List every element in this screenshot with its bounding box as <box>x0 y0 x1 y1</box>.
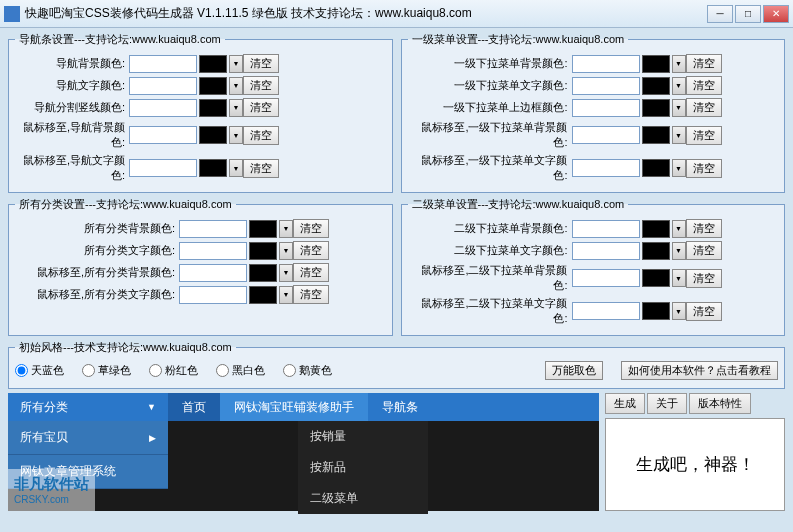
clear-button[interactable]: 清空 <box>686 76 722 95</box>
clear-button[interactable]: 清空 <box>686 219 722 238</box>
radio-input[interactable] <box>149 364 162 377</box>
color-swatch[interactable] <box>642 55 670 73</box>
color-input[interactable] <box>179 242 247 260</box>
close-button[interactable]: ✕ <box>763 5 789 23</box>
clear-button[interactable]: 清空 <box>243 54 279 73</box>
color-swatch[interactable] <box>642 220 670 238</box>
color-swatch[interactable] <box>642 99 670 117</box>
dropdown-item[interactable]: 按新品 <box>298 452 428 483</box>
color-dropdown-button[interactable]: ▼ <box>279 242 293 260</box>
color-dropdown-button[interactable]: ▼ <box>279 220 293 238</box>
color-input[interactable] <box>129 77 197 95</box>
color-swatch[interactable] <box>249 264 277 282</box>
color-input[interactable] <box>572 55 640 73</box>
color-dropdown-button[interactable]: ▼ <box>672 269 686 287</box>
clear-button[interactable]: 清空 <box>293 219 329 238</box>
sidebar-allbaby[interactable]: 所有宝贝▶ <box>8 421 168 455</box>
clear-button[interactable]: 清空 <box>686 159 722 178</box>
color-dropdown-button[interactable]: ▼ <box>229 77 243 95</box>
color-swatch[interactable] <box>199 77 227 95</box>
radio-input[interactable] <box>283 364 296 377</box>
color-input[interactable] <box>179 286 247 304</box>
color-dropdown-button[interactable]: ▼ <box>279 286 293 304</box>
color-dropdown-button[interactable]: ▼ <box>229 159 243 177</box>
color-dropdown-button[interactable]: ▼ <box>229 55 243 73</box>
color-dropdown-button[interactable]: ▼ <box>229 126 243 144</box>
color-input[interactable] <box>572 242 640 260</box>
tab-generate[interactable]: 生成 <box>605 393 645 414</box>
color-dropdown-button[interactable]: ▼ <box>672 99 686 117</box>
radio-input[interactable] <box>82 364 95 377</box>
color-dropdown-button[interactable]: ▼ <box>672 55 686 73</box>
color-dropdown-button[interactable]: ▼ <box>672 126 686 144</box>
color-input[interactable] <box>129 55 197 73</box>
color-swatch[interactable] <box>249 242 277 260</box>
color-input[interactable] <box>572 99 640 117</box>
color-swatch[interactable] <box>642 302 670 320</box>
color-swatch[interactable] <box>642 269 670 287</box>
clear-button[interactable]: 清空 <box>686 126 722 145</box>
tab-version[interactable]: 版本特性 <box>689 393 751 414</box>
clear-button[interactable]: 清空 <box>686 269 722 288</box>
style-radio-3[interactable]: 黑白色 <box>216 363 265 378</box>
dropdown-item[interactable]: 二级菜单 <box>298 483 428 514</box>
clear-button[interactable]: 清空 <box>243 98 279 117</box>
color-swatch[interactable] <box>642 159 670 177</box>
color-dropdown-button[interactable]: ▼ <box>672 302 686 320</box>
style-radio-1[interactable]: 草绿色 <box>82 363 131 378</box>
color-swatch[interactable] <box>249 220 277 238</box>
radio-input[interactable] <box>216 364 229 377</box>
style-radio-2[interactable]: 粉红色 <box>149 363 198 378</box>
clear-button[interactable]: 清空 <box>686 241 722 260</box>
clear-button[interactable]: 清空 <box>686 98 722 117</box>
color-swatch[interactable] <box>199 99 227 117</box>
preview-allcat[interactable]: 所有分类▼ <box>8 393 168 421</box>
style-radio-0[interactable]: 天蓝色 <box>15 363 64 378</box>
clear-button[interactable]: 清空 <box>686 302 722 321</box>
clear-button[interactable]: 清空 <box>243 159 279 178</box>
color-dropdown-button[interactable]: ▼ <box>672 159 686 177</box>
color-input[interactable] <box>572 302 640 320</box>
color-input[interactable] <box>179 264 247 282</box>
color-dropdown-button[interactable]: ▼ <box>672 242 686 260</box>
generate-box[interactable]: 生成吧，神器！ <box>605 418 785 511</box>
color-swatch[interactable] <box>199 159 227 177</box>
color-input[interactable] <box>572 77 640 95</box>
color-dropdown-button[interactable]: ▼ <box>279 264 293 282</box>
color-dropdown-button[interactable]: ▼ <box>672 220 686 238</box>
clear-button[interactable]: 清空 <box>686 54 722 73</box>
color-input[interactable] <box>572 159 640 177</box>
radio-input[interactable] <box>15 364 28 377</box>
preview-helper[interactable]: 网钛淘宝旺铺装修助手 <box>220 393 368 421</box>
color-input[interactable] <box>572 269 640 287</box>
minimize-button[interactable]: ─ <box>707 5 733 23</box>
color-input[interactable] <box>572 220 640 238</box>
color-swatch[interactable] <box>199 55 227 73</box>
color-input[interactable] <box>129 99 197 117</box>
color-input[interactable] <box>179 220 247 238</box>
clear-button[interactable]: 清空 <box>293 285 329 304</box>
dropdown-item[interactable]: 按销量 <box>298 421 428 452</box>
color-input[interactable] <box>572 126 640 144</box>
preview-home[interactable]: 首页 <box>168 393 220 421</box>
clear-button[interactable]: 清空 <box>293 263 329 282</box>
help-button[interactable]: 如何使用本软件？点击看教程 <box>621 361 778 380</box>
tab-about[interactable]: 关于 <box>647 393 687 414</box>
maximize-button[interactable]: □ <box>735 5 761 23</box>
preview-navbar[interactable]: 导航条 <box>368 393 432 421</box>
color-swatch[interactable] <box>199 126 227 144</box>
color-dropdown-button[interactable]: ▼ <box>229 99 243 117</box>
color-dropdown-button[interactable]: ▼ <box>672 77 686 95</box>
color-swatch[interactable] <box>642 77 670 95</box>
clear-button[interactable]: 清空 <box>243 76 279 95</box>
pick-color-button[interactable]: 万能取色 <box>545 361 603 380</box>
color-input[interactable] <box>129 159 197 177</box>
style-radio-4[interactable]: 鹅黄色 <box>283 363 332 378</box>
color-swatch[interactable] <box>642 126 670 144</box>
clear-button[interactable]: 清空 <box>293 241 329 260</box>
clear-button[interactable]: 清空 <box>243 126 279 145</box>
titlebar: 快趣吧淘宝CSS装修代码生成器 V1.1.11.5 绿色版 技术支持论坛：www… <box>0 0 793 28</box>
color-input[interactable] <box>129 126 197 144</box>
color-swatch[interactable] <box>249 286 277 304</box>
color-swatch[interactable] <box>642 242 670 260</box>
